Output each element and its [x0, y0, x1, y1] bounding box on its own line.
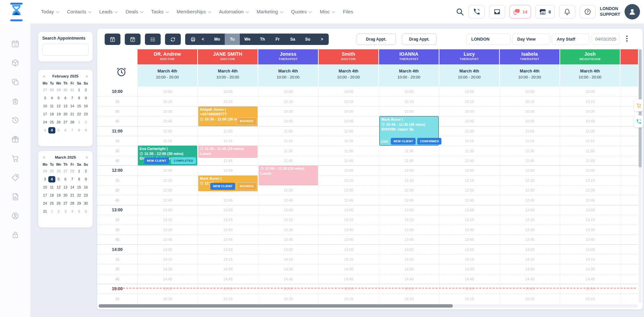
calendar-day[interactable]: 3 — [62, 208, 69, 215]
time-slot[interactable]: 11:15 — [500, 136, 560, 146]
calendar-day[interactable]: 17 — [42, 111, 48, 117]
time-slot[interactable]: 13:45 — [138, 235, 198, 244]
time-slot[interactable]: 13:15 — [138, 215, 198, 224]
time-slot[interactable]: 10:45 — [319, 116, 379, 126]
staff-column-lucy[interactable]: LucyTHERAPIST — [439, 49, 499, 64]
time-slot[interactable]: 14:45 — [138, 274, 198, 284]
time-slot[interactable]: 11:00 — [319, 126, 379, 136]
time-slot[interactable]: 11:45 — [379, 156, 439, 165]
time-slot[interactable]: 10:15 — [138, 97, 198, 106]
calendar-day[interactable]: 26 — [55, 119, 62, 125]
appointment[interactable]: 12:00 - 12:30 (30 mins)Lunch — [259, 165, 318, 185]
time-slot[interactable]: 12:00 — [138, 166, 198, 175]
horizontal-scrollbar-thumb[interactable] — [99, 304, 453, 308]
time-slot[interactable]: 13:30 — [439, 225, 500, 234]
time-slot[interactable]: 14:00 — [500, 245, 560, 254]
calendar-day[interactable]: 15 — [75, 103, 82, 109]
day-tab-su[interactable]: Su — [300, 34, 315, 45]
time-slot[interactable]: 14:00 — [258, 245, 319, 254]
time-slot[interactable]: 14:15 — [560, 255, 621, 264]
time-slot[interactable]: 12:15 — [439, 176, 500, 185]
time-slot[interactable]: 14:45 — [198, 274, 258, 284]
time-slot[interactable]: 13:15 — [198, 215, 258, 224]
calendar-day[interactable]: 1 — [75, 119, 82, 125]
calendar-day[interactable]: 31 — [42, 208, 48, 215]
time-slot[interactable]: 13:30 — [138, 225, 198, 234]
nav-item-quotes[interactable]: Quotes — [291, 9, 311, 14]
calendar-day[interactable]: 9 — [83, 176, 89, 182]
time-slot[interactable]: 10:15 — [379, 97, 439, 106]
time-slot[interactable]: 11:30 — [439, 146, 500, 155]
day-tab-tu[interactable]: Tu — [225, 34, 240, 45]
time-slot[interactable]: 13:15 — [439, 215, 500, 224]
time-slot[interactable]: 14:00 — [560, 245, 621, 254]
calendar-day[interactable]: 9 — [83, 95, 89, 101]
calendar-day[interactable]: 6 — [62, 127, 69, 134]
day-tab-we[interactable]: We — [240, 34, 255, 45]
report-icon[interactable] — [11, 193, 19, 201]
time-slot[interactable]: 15:15 — [500, 294, 560, 303]
calendar-day[interactable]: 30 — [83, 200, 89, 207]
time-slot[interactable]: 11:45 — [500, 156, 560, 165]
time-slot[interactable]: 10:15 — [258, 97, 319, 106]
time-slot[interactable]: 11:00 — [500, 126, 560, 136]
time-slot[interactable]: 15:15 — [439, 294, 500, 303]
staff-column-ioanna[interactable]: IOANNATHERAPIST — [379, 49, 439, 64]
time-slot[interactable]: 15:00 — [198, 284, 258, 294]
staff-column-dr-andrew[interactable]: DR. AndrewDOCTOR — [138, 49, 197, 64]
calendar-day[interactable]: 29 — [55, 87, 62, 93]
time-slot[interactable]: 10:30 — [138, 107, 198, 116]
staff-date-cell[interactable]: March 4th10:00 - 20:00 — [138, 64, 198, 87]
calendar-day[interactable]: 13 — [62, 103, 69, 109]
time-slot[interactable]: 13:00 — [439, 205, 500, 215]
drag-appointment-button[interactable]: Drag Appt. — [402, 34, 437, 45]
time-slot[interactable]: 15:00 — [500, 284, 560, 294]
calendar-day[interactable]: 23 — [83, 192, 89, 199]
calendar-day[interactable]: 28 — [69, 168, 75, 174]
time-slot[interactable]: 14:00 — [439, 245, 500, 254]
refresh-button[interactable] — [165, 34, 181, 45]
calendar-day[interactable]: 11 — [48, 184, 55, 191]
time-slot[interactable]: 10:15 — [198, 97, 258, 106]
time-slot[interactable]: 12:15 — [319, 176, 379, 185]
nav-item-leads[interactable]: Leads — [99, 9, 117, 14]
time-slot[interactable]: 13:15 — [258, 215, 319, 224]
time-slot[interactable]: 12:00 — [439, 166, 500, 175]
prev-day-button[interactable]: < — [196, 34, 210, 45]
time-slot[interactable]: 14:30 — [439, 264, 500, 274]
calendar-day[interactable]: 21 — [69, 192, 75, 199]
calendar-day[interactable]: 8 — [75, 127, 82, 134]
calendar-day[interactable]: 3 — [42, 95, 48, 101]
calendar-day[interactable]: 1 — [75, 87, 82, 93]
calendar-day[interactable]: 7 — [69, 127, 75, 134]
appointment[interactable]: 11:30 - 11:45 (15 mins)Lunch — [198, 146, 258, 158]
calendar-day[interactable]: 19 — [55, 111, 62, 117]
calendar-day[interactable]: 24 — [42, 200, 48, 207]
time-slot[interactable]: 10:00 — [379, 87, 439, 96]
time-slot[interactable]: 15:15 — [319, 294, 379, 303]
time-slot[interactable]: 11:15 — [560, 136, 621, 146]
time-slot[interactable]: 13:45 — [439, 235, 500, 244]
time-slot[interactable]: 11:15 — [258, 136, 319, 146]
time-slot[interactable]: 14:45 — [258, 274, 319, 284]
bell-button[interactable] — [559, 5, 575, 18]
time-slot[interactable]: 13:15 — [560, 215, 621, 224]
lock-icon[interactable] — [11, 231, 19, 239]
filter-london[interactable]: LONDON — [466, 34, 511, 45]
time-slot[interactable]: 12:30 — [138, 186, 198, 195]
time-slot[interactable]: 11:00 — [560, 126, 621, 136]
time-slot[interactable]: 10:30 — [379, 107, 439, 116]
calendar-day[interactable]: 2 — [83, 119, 89, 125]
search-appointments-input[interactable] — [42, 44, 89, 56]
calendar-day[interactable]: 4 — [48, 176, 55, 182]
avatar[interactable] — [625, 4, 640, 19]
time-slot[interactable]: 10:30 — [258, 107, 319, 116]
time-slot[interactable]: 15:15 — [198, 294, 258, 303]
time-slot[interactable]: 14:45 — [319, 274, 379, 284]
filter-day-view[interactable]: Day View — [512, 34, 550, 45]
time-slot[interactable]: 13:30 — [319, 225, 379, 234]
calendar-day[interactable]: 19 — [55, 192, 62, 199]
time-slot[interactable]: 13:45 — [198, 235, 258, 244]
time-slot[interactable]: 11:15 — [319, 136, 379, 146]
time-slot[interactable]: 12:00 — [560, 166, 621, 175]
